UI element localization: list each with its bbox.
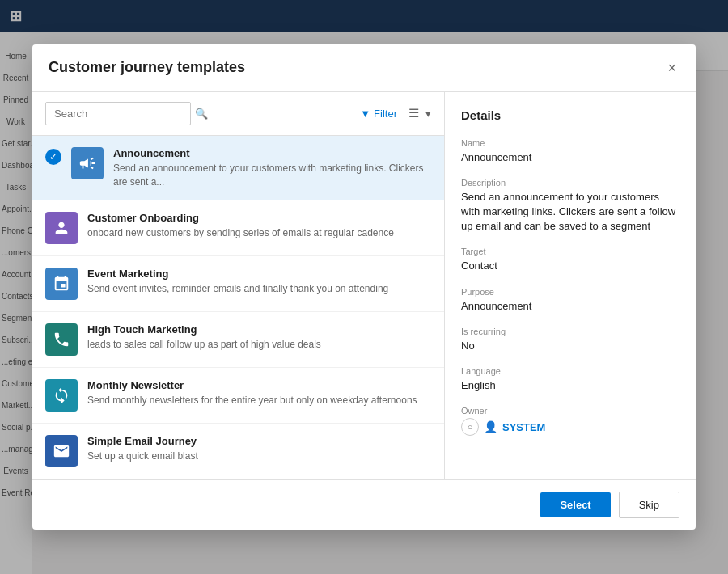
template-item-simple-email[interactable]: Simple Email Journey Set up a quick emai… (32, 424, 444, 479)
sort-button[interactable]: ☰ (408, 106, 419, 120)
simple-email-template-info: Simple Email Journey Set up a quick emai… (87, 435, 431, 463)
event-marketing-template-icon (45, 268, 78, 300)
high-touch-marketing-template-info: High Touch Marketing leads to sales call… (87, 323, 431, 352)
detail-owner-field: Owner ○ 👤 SYSTEM (461, 406, 679, 436)
monthly-newsletter-template-info: Monthly Newsletter Send monthly newslett… (87, 379, 431, 407)
search-input-wrap[interactable]: 🔍 (45, 102, 191, 125)
modal-title: Customer journey templates (49, 59, 245, 76)
modal-header: Customer journey templates × (32, 44, 696, 92)
detail-description-field: Description Send an announcement to your… (461, 178, 679, 234)
detail-language-field: Language English (461, 366, 679, 393)
monthly-newsletter-template-icon (45, 379, 78, 412)
owner-person-icon: 👤 (484, 420, 497, 433)
template-selected-indicator: ✓ (45, 149, 61, 165)
customer-onboarding-template-icon (45, 212, 78, 244)
modal-close-button[interactable]: × (664, 57, 679, 78)
template-item-event-marketing[interactable]: Event Marketing Send event invites, remi… (32, 256, 444, 312)
search-bar: 🔍 ▼ Filter ☰ ▾ (32, 92, 444, 136)
announcement-template-info: Announcement Send an announcement to you… (113, 147, 431, 189)
select-button[interactable]: Select (540, 492, 610, 517)
detail-target-field: Target Contact (461, 247, 679, 273)
search-input[interactable] (54, 108, 190, 120)
filter-icon: ▼ (360, 108, 370, 120)
template-items: ✓ Announcement Send an announcement to y… (32, 136, 444, 480)
event-marketing-template-info: Event Marketing Send event invites, remi… (87, 268, 431, 296)
search-icon: 🔍 (195, 108, 208, 120)
template-item-high-touch-marketing[interactable]: High Touch Marketing leads to sales call… (32, 312, 444, 368)
owner-link[interactable]: SYSTEM (502, 421, 545, 433)
announcement-template-icon (71, 147, 104, 179)
detail-recurring-field: Is recurring No (461, 327, 679, 353)
sort-desc-button[interactable]: ▾ (425, 108, 431, 120)
high-touch-marketing-template-icon (45, 323, 78, 356)
filter-button[interactable]: ▼ Filter (355, 104, 402, 123)
skip-button[interactable]: Skip (619, 492, 679, 518)
template-item-monthly-newsletter[interactable]: Monthly Newsletter Send monthly newslett… (32, 368, 444, 424)
details-panel: Details Name Announcement Description Se… (445, 92, 696, 480)
detail-purpose-field: Purpose Announcement (461, 287, 679, 314)
template-item-customer-onboarding[interactable]: Customer Onboarding onboard new customer… (32, 200, 444, 256)
detail-name-field: Name Announcement (461, 138, 679, 165)
owner-icon: ○ (461, 418, 479, 436)
template-list-panel: 🔍 ▼ Filter ☰ ▾ ✓ (32, 92, 445, 480)
modal-overlay: Customer journey templates × 🔍 ▼ Filter (0, 0, 728, 574)
customer-journey-templates-modal: Customer journey templates × 🔍 ▼ Filter (32, 44, 696, 530)
modal-body: 🔍 ▼ Filter ☰ ▾ ✓ (32, 92, 696, 480)
filter-bar: ▼ Filter ☰ ▾ (355, 104, 431, 123)
customer-onboarding-template-info: Customer Onboarding onboard new customer… (87, 212, 431, 240)
template-item-announcement[interactable]: ✓ Announcement Send an announcement to y… (32, 136, 444, 201)
modal-footer: Select Skip (32, 479, 696, 530)
simple-email-template-icon (45, 435, 78, 467)
owner-wrap: ○ 👤 SYSTEM (461, 418, 679, 436)
